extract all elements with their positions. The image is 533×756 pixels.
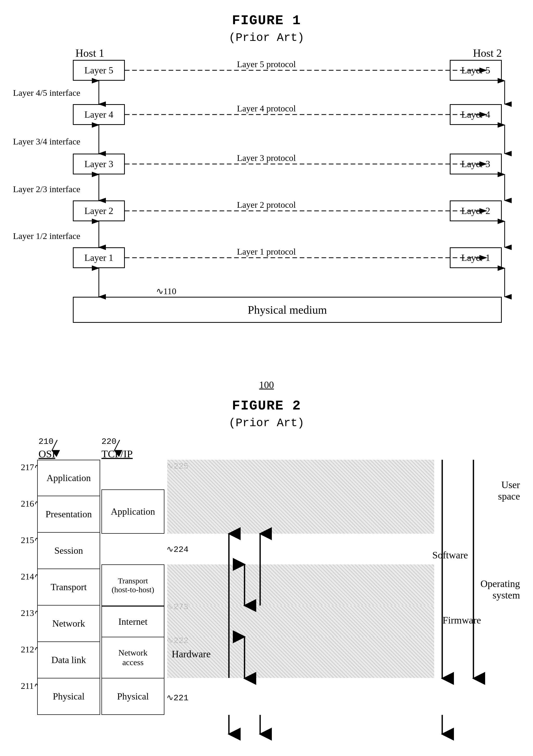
osi-physical: Physical bbox=[37, 678, 100, 715]
figure2: FIGURE 2 (Prior Art) 210 OSI 220 TCP/IP … bbox=[0, 396, 533, 755]
figure1: FIGURE 1 (Prior Art) Host 1 Host 2 Layer… bbox=[0, 8, 533, 393]
interface-12-label: Layer 1/2 interface bbox=[13, 231, 80, 241]
interface-45-label: Layer 4/5 interface bbox=[13, 88, 80, 98]
osi-application: Application bbox=[37, 460, 100, 496]
osi-label: OSI bbox=[38, 448, 55, 460]
host1-layer1: Layer 1 bbox=[73, 247, 125, 268]
fig1-subtitle: (Prior Art) bbox=[229, 31, 304, 44]
osi-network: Network bbox=[37, 606, 100, 642]
ref-224: ∿224 bbox=[166, 544, 189, 554]
host2-layer1: Layer 1 bbox=[450, 247, 502, 268]
user-space-band bbox=[167, 460, 434, 534]
ref-110: ∿110 bbox=[156, 286, 176, 296]
host2-layer5: Layer 5 bbox=[450, 60, 502, 81]
osi-presentation: Presentation bbox=[37, 496, 100, 533]
host1-layer3: Layer 3 bbox=[73, 153, 125, 175]
fig1-title: FIGURE 1 bbox=[232, 13, 301, 28]
host1-layer5: Layer 5 bbox=[73, 60, 125, 81]
svg-text:Layer 3 protocol: Layer 3 protocol bbox=[237, 153, 296, 163]
fig1-host1-label: Host 1 bbox=[75, 47, 104, 59]
firmware-band bbox=[167, 606, 434, 637]
interface-23-label: Layer 2/3 interface bbox=[13, 184, 80, 194]
osi-datalink: Data link bbox=[37, 642, 100, 678]
ref-100: 100 bbox=[259, 379, 274, 391]
software-label: Software bbox=[432, 549, 468, 561]
tcpip-internet: Internet bbox=[101, 606, 165, 637]
firmware-label: Firmware bbox=[443, 614, 481, 626]
tcpip-label: TCP/IP bbox=[101, 448, 133, 460]
host1-layer2: Layer 2 bbox=[73, 201, 125, 221]
fig1-host2-label: Host 2 bbox=[473, 47, 502, 59]
svg-text:Layer 5 protocol: Layer 5 protocol bbox=[237, 59, 296, 69]
osi-session: Session bbox=[37, 533, 100, 569]
fig2-title: FIGURE 2 bbox=[232, 398, 301, 414]
tcpip-application: Application bbox=[101, 489, 165, 534]
tcpip-network-access: Networkaccess bbox=[101, 637, 165, 678]
hardware-label: Hardware bbox=[172, 648, 211, 660]
operating-system-label: Operatingsystem bbox=[480, 578, 520, 601]
osi-transport: Transport bbox=[37, 569, 100, 606]
fig2-subtitle: (Prior Art) bbox=[229, 417, 304, 430]
tcpip-ref-label: 220 bbox=[101, 437, 116, 446]
user-space-label: Userspace bbox=[498, 479, 520, 502]
svg-text:Layer 2 protocol: Layer 2 protocol bbox=[237, 200, 296, 209]
svg-text:Layer 4 protocol: Layer 4 protocol bbox=[237, 104, 296, 113]
interface-34-label: Layer 3/4 interface bbox=[13, 137, 80, 147]
host2-layer2: Layer 2 bbox=[450, 201, 502, 221]
physical-medium-box: Physical medium bbox=[73, 297, 502, 323]
host1-layer4: Layer 4 bbox=[73, 104, 125, 125]
osi-ref-label: 210 bbox=[38, 437, 54, 446]
software-band bbox=[167, 564, 434, 606]
ref-221: ∿221 bbox=[166, 692, 189, 703]
svg-text:Layer 1 protocol: Layer 1 protocol bbox=[237, 247, 296, 256]
tcpip-physical: Physical bbox=[101, 678, 165, 715]
host2-layer4: Layer 4 bbox=[450, 104, 502, 125]
host2-layer3: Layer 3 bbox=[450, 153, 502, 175]
tcpip-transport: Transport(host-to-host) bbox=[101, 564, 165, 606]
